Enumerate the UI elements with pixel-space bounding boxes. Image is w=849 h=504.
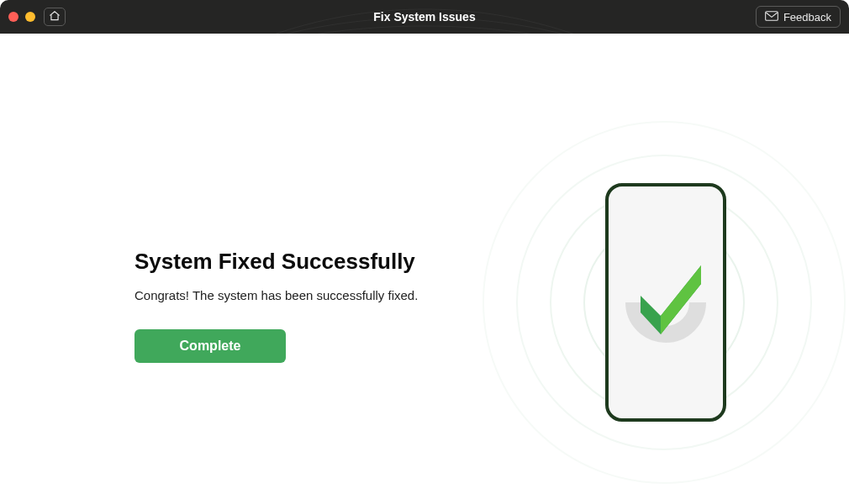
content: System Fixed Successfully Congrats! The … — [0, 34, 849, 504]
success-illustration — [454, 101, 849, 504]
minimize-window-button[interactable] — [25, 12, 35, 22]
window-controls — [8, 12, 35, 22]
svg-rect-5 — [607, 185, 725, 420]
mail-icon — [765, 11, 778, 24]
titlebar: Fix System Issues Feedback — [0, 0, 849, 34]
svg-rect-0 — [766, 11, 778, 20]
phone-icon — [607, 185, 725, 420]
page-heading: System Fixed Successfully — [134, 249, 418, 275]
feedback-button-label: Feedback — [783, 11, 831, 24]
home-icon — [49, 10, 61, 24]
feedback-button[interactable]: Feedback — [756, 6, 841, 28]
close-window-button[interactable] — [8, 12, 18, 22]
complete-button[interactable]: Complete — [134, 329, 286, 363]
message-panel: System Fixed Successfully Congrats! The … — [134, 249, 418, 363]
page-subtext: Congrats! The system has been successful… — [134, 288, 418, 302]
window-title: Fix System Issues — [373, 10, 475, 24]
home-button[interactable] — [44, 8, 66, 26]
